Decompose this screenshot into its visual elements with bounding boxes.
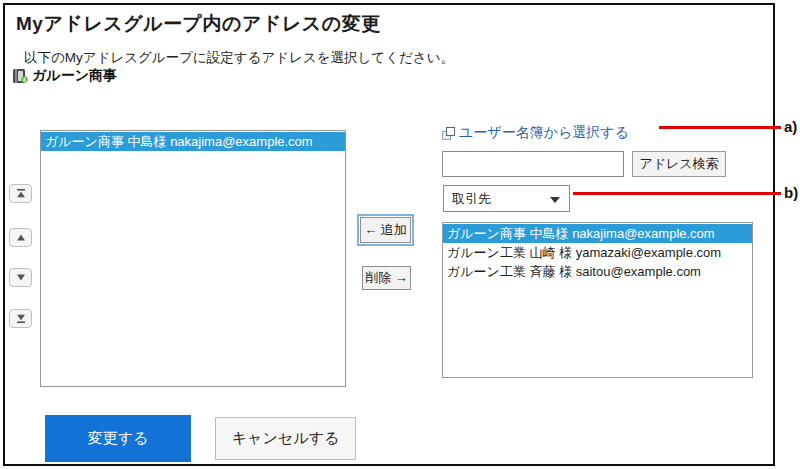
address-book-dropdown[interactable]: 取引先 <box>443 185 570 212</box>
callout-label-b: b) <box>784 184 798 201</box>
move-to-bottom-icon <box>15 313 27 324</box>
address-book-group-icon <box>12 68 29 85</box>
move-to-top-icon <box>15 188 27 199</box>
move-up-icon <box>15 232 27 243</box>
list-item[interactable]: ガルーン商事 中島様 nakajima@example.com <box>41 132 345 151</box>
move-down-button[interactable] <box>9 268 32 287</box>
dropdown-selected-value: 取引先 <box>452 190 491 208</box>
move-up-button[interactable] <box>9 228 32 247</box>
address-search-input[interactable] <box>442 151 624 177</box>
list-item[interactable]: ガルーン工業 山崎 様 yamazaki@example.com <box>443 243 752 262</box>
change-button[interactable]: 変更する <box>45 415 191 462</box>
user-list-link-row[interactable]: ユーザー名簿から選択する <box>442 124 629 142</box>
chevron-down-icon <box>550 197 560 203</box>
cancel-button[interactable]: キャンセルする <box>215 417 356 460</box>
callout-line-b <box>573 192 781 195</box>
move-to-top-button[interactable] <box>9 184 32 203</box>
list-item[interactable]: ガルーン商事 中島様 nakajima@example.com <box>443 224 752 243</box>
select-from-user-list-link[interactable]: ユーザー名簿から選択する <box>459 124 629 142</box>
list-item[interactable]: ガルーン工業 斉藤 様 saitou@example.com <box>443 262 752 281</box>
callout-label-a: a) <box>784 118 797 135</box>
callout-line-a <box>659 126 781 129</box>
group-row: ガルーン商事 <box>12 67 117 85</box>
group-address-listbox[interactable]: ガルーン商事 中島様 nakajima@example.com <box>40 130 346 387</box>
page-description: 以下のMyアドレスグループに設定するアドレスを選択してください。 <box>24 49 454 67</box>
screenshot-canvas: Myアドレスグループ内のアドレスの変更 以下のMyアドレスグループに設定するアド… <box>0 0 800 469</box>
remove-button[interactable]: 削除 → <box>362 266 411 290</box>
group-name: ガルーン商事 <box>32 67 117 85</box>
address-search-button[interactable]: アドレス検索 <box>632 151 726 177</box>
dialog-frame: Myアドレスグループ内のアドレスの変更 以下のMyアドレスグループに設定するアド… <box>3 3 775 466</box>
page-title: Myアドレスグループ内のアドレスの変更 <box>16 11 381 37</box>
popup-window-icon <box>442 127 455 140</box>
add-button[interactable]: ← 追加 <box>360 217 411 243</box>
move-down-icon <box>15 272 27 283</box>
move-to-bottom-button[interactable] <box>9 309 32 328</box>
address-candidates-listbox[interactable]: ガルーン商事 中島様 nakajima@example.com ガルーン工業 山… <box>442 222 753 378</box>
